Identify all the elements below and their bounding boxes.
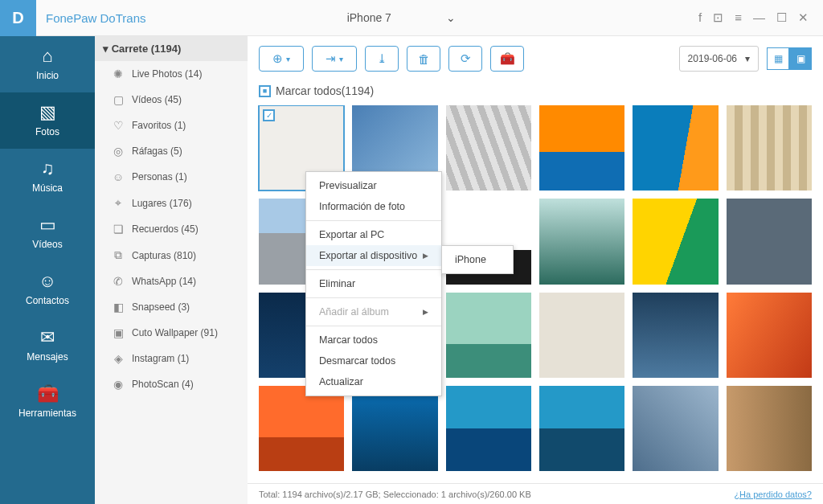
select-all-row[interactable]: ■ Marcar todos(1194) [248,81,823,105]
album-label: Ráfagas (5) [132,145,182,157]
album-item[interactable]: ⧉Capturas (810) [95,242,248,268]
album-label: WhatsApp (14) [132,276,196,287]
maximize-icon[interactable]: ☐ [776,10,787,25]
album-icon: ◉ [111,378,125,391]
lost-data-link[interactable]: ¿Ha perdido datos? [734,490,812,499]
album-icon: ▢ [111,93,125,106]
ctx-export-pc[interactable]: Exportar al PC [306,224,441,245]
thumb-checkbox[interactable]: ✓ [263,109,275,121]
album-item[interactable]: ◎Ráfagas (5) [95,138,248,164]
feedback-icon[interactable]: ⊡ [713,10,723,25]
album-item[interactable]: ❏Recuerdos (45) [95,216,248,242]
album-label: Capturas (810) [132,250,196,261]
ctx-preview[interactable]: Previsualizar [306,175,441,196]
ctx-mark-all[interactable]: Marcar todos [306,330,441,350]
view-small-grid[interactable]: ▦ [767,47,789,70]
videos-icon: ▭ [39,216,56,234]
to-pc-icon: ⤓ [377,51,387,66]
delete-button[interactable]: 🗑 [407,46,440,72]
titlebar: D FonePaw DoTrans iPhone 7 ⌄ f ⊡ ≡ — ☐ ✕ [0,0,823,36]
photo-thumbnail[interactable] [539,293,624,378]
album-label: PhotoScan (4) [132,379,194,390]
select-all-checkbox[interactable]: ■ [259,85,271,97]
chevron-down-icon: ▾ [745,53,750,64]
photo-thumbnail[interactable] [446,105,531,191]
photo-thumbnail[interactable] [539,199,624,284]
album-icon: ◈ [111,352,125,365]
album-item[interactable]: ◉PhotoScan (4) [95,371,248,397]
photo-thumbnail[interactable] [539,105,624,191]
photo-thumbnail[interactable] [352,386,437,471]
briefcase-icon: 🧰 [500,51,515,66]
photo-thumbnail[interactable] [727,199,812,284]
facebook-icon[interactable]: f [698,10,702,25]
photo-thumbnail[interactable] [446,293,531,378]
photo-thumbnail[interactable] [633,199,718,284]
add-button[interactable]: ⊕▾ [259,46,304,72]
album-item[interactable]: ⌖Lugares (176) [95,190,248,216]
close-icon[interactable]: ✕ [798,10,809,25]
album-item[interactable]: ♡Favoritos (1) [95,113,248,138]
album-label: Personas (1) [132,171,187,182]
window-controls: f ⊡ ≡ — ☐ ✕ [698,10,823,25]
chevron-right-icon: ▶ [423,252,428,260]
photo-thumbnail[interactable] [727,293,812,378]
album-label: Lugares (176) [132,198,192,209]
album-item[interactable]: ▢Vídeos (45) [95,87,248,113]
export-pc-button[interactable]: ⤓ [365,46,399,72]
album-icon: ✆ [111,275,125,288]
album-label: Vídeos (45) [132,94,182,105]
nav-contacts[interactable]: ☺Contactos [0,261,95,318]
chevron-down-icon: ▾ [339,55,343,64]
album-item[interactable]: ☺Personas (1) [95,164,248,190]
photo-thumbnail[interactable] [727,105,812,191]
ctx-unmark-all[interactable]: Desmarcar todos [306,350,441,371]
toolbar: ⊕▾ ⇥▾ ⤓ 🗑 ⟳ 🧰 2019-06-06▾ ▦ ▣ [248,36,823,81]
album-icon: ♡ [111,119,125,132]
album-icon: ☺ [111,170,125,183]
album-item[interactable]: ◈Instagram (1) [95,346,248,371]
nav-music[interactable]: ♫Música [0,149,95,205]
photos-icon: ▧ [39,104,56,121]
date-filter[interactable]: 2019-06-06▾ [679,46,759,72]
refresh-icon: ⟳ [461,51,471,66]
ctx-refresh[interactable]: Actualizar [306,371,441,392]
ctx-info[interactable]: Información de foto [306,196,441,217]
ctx-delete[interactable]: Eliminar [306,273,441,294]
export-device-button[interactable]: ⇥▾ [312,46,357,72]
photo-thumbnail[interactable] [446,386,531,471]
photo-thumbnail[interactable] [259,386,344,471]
chevron-down-icon: ⌄ [446,11,456,24]
toolbox-button[interactable]: 🧰 [490,46,524,72]
device-selector[interactable]: iPhone 7 ⌄ [341,11,504,24]
album-icon: ⌖ [111,196,125,210]
refresh-button[interactable]: ⟳ [448,46,482,72]
menu-icon[interactable]: ≡ [735,10,742,25]
device-name: iPhone 7 [347,11,391,24]
to-device-icon: ⇥ [326,51,336,66]
minimize-icon[interactable]: — [753,10,765,25]
photo-thumbnail[interactable] [727,386,812,471]
album-item[interactable]: ◧Snapseed (3) [95,294,248,320]
nav-tools[interactable]: 🧰Herramientas [0,374,95,430]
ctx-add-album[interactable]: Añadir al álbum▶ [306,301,441,322]
photo-thumbnail[interactable] [539,386,624,471]
photo-thumbnail[interactable] [633,293,718,378]
nav-messages[interactable]: ✉Mensajes [0,318,95,374]
photo-thumbnail[interactable] [633,386,718,471]
nav-videos[interactable]: ▭Vídeos [0,205,95,261]
album-item[interactable]: ▣Cuto Wallpaper (91) [95,320,248,346]
messages-icon: ✉ [40,329,55,346]
album-item[interactable]: ✆WhatsApp (14) [95,268,248,294]
nav-home[interactable]: ⌂Inicio [0,36,95,92]
ctx-export-device[interactable]: Exportar al dispositivo▶ iPhone [306,245,441,266]
view-toggle: ▦ ▣ [767,47,812,70]
view-large-grid[interactable]: ▣ [789,47,812,70]
select-all-label: Marcar todos(1194) [276,84,374,97]
photo-thumbnail[interactable] [633,105,718,191]
album-item[interactable]: ✺Live Photos (14) [95,61,248,87]
statusbar: Total: 1194 archivo(s)/2.17 GB; Seleccio… [248,483,823,504]
nav-photos[interactable]: ▧Fotos [0,92,95,149]
ctx-sub-iphone[interactable]: iPhone [442,249,513,270]
album-header[interactable]: ▾ Carrete (1194) [95,36,248,61]
